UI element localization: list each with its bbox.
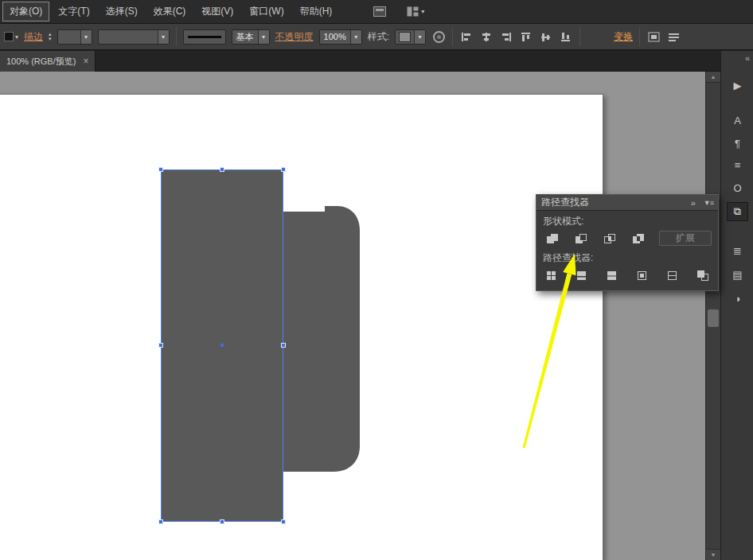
stroke-link[interactable]: 描边 xyxy=(24,30,43,44)
stroke-weight-stepper[interactable]: ▴ ▾ xyxy=(49,32,52,41)
align-bottom-icon[interactable] xyxy=(559,29,573,44)
crop-icon xyxy=(636,270,649,281)
exclude-icon xyxy=(632,233,645,244)
opacity-dropdown[interactable]: 100% ▾ xyxy=(319,29,362,45)
intersect-button[interactable] xyxy=(600,231,618,246)
stroke-weight-dropdown[interactable]: ▾ xyxy=(57,29,92,45)
divider xyxy=(579,27,580,46)
minus-back-button[interactable] xyxy=(694,267,712,282)
opentype-panel-icon[interactable]: O xyxy=(727,178,748,197)
align-bottom-glyph xyxy=(560,32,572,42)
selection-center-point[interactable] xyxy=(220,344,224,347)
character-panel-icon[interactable]: A xyxy=(727,111,748,130)
menu-object[interactable]: 对象(O) xyxy=(2,2,49,21)
selection-handle-bottom-center[interactable] xyxy=(220,519,224,524)
merge-button[interactable] xyxy=(603,267,621,282)
align-top-icon[interactable] xyxy=(519,29,533,44)
selection-handle-top-left[interactable] xyxy=(158,167,163,172)
trim-button[interactable] xyxy=(573,267,591,282)
merge-icon xyxy=(606,270,618,281)
stroke-style-dropdown[interactable] xyxy=(183,29,226,45)
outline-button[interactable] xyxy=(664,267,681,282)
canvas-area[interactable] xyxy=(0,72,705,560)
shape-modes-row: 扩展 xyxy=(536,230,718,247)
pathfinders-row xyxy=(536,266,718,284)
align-left-icon[interactable] xyxy=(459,29,474,44)
width-profile-value xyxy=(99,30,158,44)
crop-button[interactable] xyxy=(634,267,651,282)
expand-button[interactable]: 扩展 xyxy=(659,231,712,246)
panel-dock: « ▶ A ¶ ≡ O ⧉ ≣ ▤ ◑ xyxy=(720,51,753,560)
minus-back-icon xyxy=(696,270,709,281)
align-right-icon[interactable] xyxy=(499,29,513,44)
transform-link[interactable]: 变换 xyxy=(614,30,633,44)
scroll-down-icon[interactable]: ▼ xyxy=(706,549,720,560)
align-left-glyph xyxy=(461,32,472,42)
workspace: 100% (RGB/预览) × ▲ xyxy=(0,51,753,560)
tab-close-icon[interactable]: × xyxy=(83,56,88,67)
selection-handle-top-right[interactable] xyxy=(281,167,286,172)
opacity-value: 100% xyxy=(320,30,350,44)
selection-handle-top-center[interactable] xyxy=(220,167,224,172)
appearance-panel-icon[interactable]: ≣ xyxy=(727,241,748,260)
stroke-weight-value xyxy=(58,30,80,44)
opacity-link[interactable]: 不透明度 xyxy=(275,30,314,44)
scroll-up-icon[interactable]: ▲ xyxy=(706,72,720,83)
isolate-mode-icon[interactable] xyxy=(646,29,661,44)
selection-handle-middle-right[interactable] xyxy=(281,343,286,348)
unite-button[interactable] xyxy=(543,231,561,246)
minus-front-button[interactable] xyxy=(572,231,590,246)
color-wheel-icon[interactable] xyxy=(431,29,446,44)
stroke-panel-icon[interactable]: ≡ xyxy=(727,155,748,174)
paragraph-panel-icon[interactable]: ¶ xyxy=(727,134,748,153)
align-center-icon[interactable] xyxy=(479,29,494,44)
brush-definition-value: 基本 xyxy=(232,30,258,44)
gradient-panel-icon[interactable]: ◑ xyxy=(727,289,748,308)
collapse-to-icons-icon[interactable]: » xyxy=(691,198,696,208)
stepper-down-icon[interactable]: ▾ xyxy=(49,37,52,41)
align-middle-glyph xyxy=(540,32,552,42)
align-middle-icon[interactable] xyxy=(539,29,553,44)
menu-effect[interactable]: 效果(C) xyxy=(146,2,193,21)
document-layout-icon[interactable] xyxy=(373,6,386,17)
scrollbar-thumb[interactable] xyxy=(708,309,719,327)
symbols-panel-icon[interactable]: ▶ xyxy=(727,76,748,95)
object-indicator[interactable]: ▾ xyxy=(4,32,18,41)
menu-window[interactable]: 窗口(W) xyxy=(242,2,291,21)
expand-panels-icon[interactable]: « xyxy=(745,53,750,63)
pathfinders-label: 路径查找器: xyxy=(536,247,718,266)
shape-modes-label: 形状模式: xyxy=(536,211,718,230)
isolate-mode-glyph xyxy=(648,32,660,42)
style-swatch-dropdown[interactable]: ▾ xyxy=(395,29,426,45)
vertical-scrollbar[interactable]: ▲ ▼ xyxy=(705,72,720,560)
style-swatch-icon xyxy=(399,32,411,42)
illustrator-window: 对象(O) 文字(T) 选择(S) 效果(C) 视图(V) 窗口(W) 帮助(H… xyxy=(0,0,753,560)
control-bar: ▾ 描边 ▴ ▾ ▾ ▾ 基本 ▾ 不透明度 100% ▾ 样式: xyxy=(0,24,753,50)
options-icon[interactable] xyxy=(666,29,681,44)
chevron-down-icon: ▾ xyxy=(15,33,18,41)
pathfinder-panel-icon[interactable]: ⧉ xyxy=(727,202,748,221)
align-right-glyph xyxy=(501,32,512,42)
pathfinder-panel: 路径查找器 » ▼≡ 形状模式: 扩展 路径查找器: xyxy=(536,194,719,291)
divider xyxy=(452,27,453,46)
selection-handle-bottom-left[interactable] xyxy=(158,519,163,524)
brush-definition-dropdown[interactable]: 基本 ▾ xyxy=(232,29,270,45)
align-top-glyph xyxy=(521,32,532,42)
width-profile-dropdown[interactable]: ▾ xyxy=(98,29,170,45)
divide-button[interactable] xyxy=(543,267,560,282)
selection-handle-bottom-right[interactable] xyxy=(281,519,286,524)
selection-handle-middle-left[interactable] xyxy=(158,343,163,348)
panel-menu-icon[interactable]: ▼≡ xyxy=(704,199,713,207)
artboards-panel-icon[interactable]: ▤ xyxy=(727,265,748,284)
menu-help[interactable]: 帮助(H) xyxy=(293,2,340,21)
menu-type[interactable]: 文字(T) xyxy=(51,2,96,21)
document-tab[interactable]: 100% (RGB/预览) × xyxy=(0,51,96,72)
menu-select[interactable]: 选择(S) xyxy=(99,2,145,21)
chevron-down-icon: ▾ xyxy=(80,30,92,44)
pathfinder-panel-header[interactable]: 路径查找器 » ▼≡ xyxy=(536,195,718,211)
stroke-line-preview-icon xyxy=(188,36,221,38)
arrange-documents-icon[interactable]: ▾ xyxy=(407,6,424,17)
rounded-rectangle-shape[interactable] xyxy=(283,206,361,472)
menu-view[interactable]: 视图(V) xyxy=(194,2,240,21)
exclude-button[interactable] xyxy=(629,231,647,246)
